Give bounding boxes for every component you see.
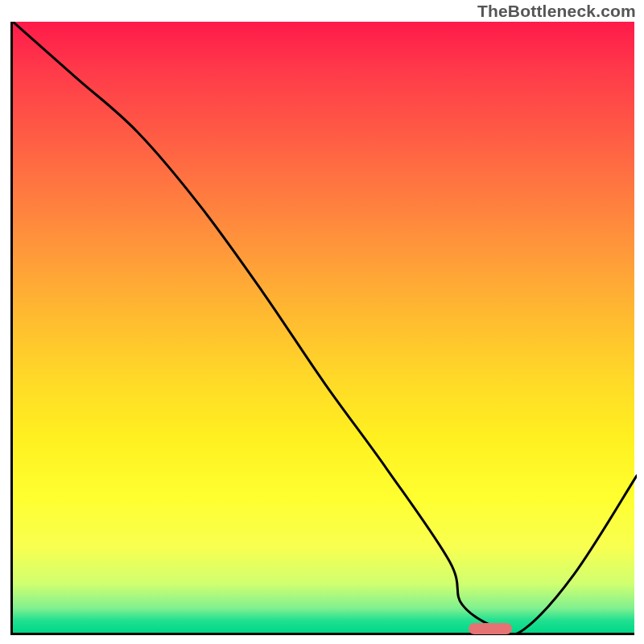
plot-area xyxy=(10,22,634,635)
curve-svg xyxy=(13,22,637,635)
watermark-text: TheBottleneck.com xyxy=(477,2,636,21)
target-marker xyxy=(469,623,512,634)
bottleneck-chart: TheBottleneck.com xyxy=(0,0,644,644)
bottleneck-curve-path xyxy=(13,22,637,634)
